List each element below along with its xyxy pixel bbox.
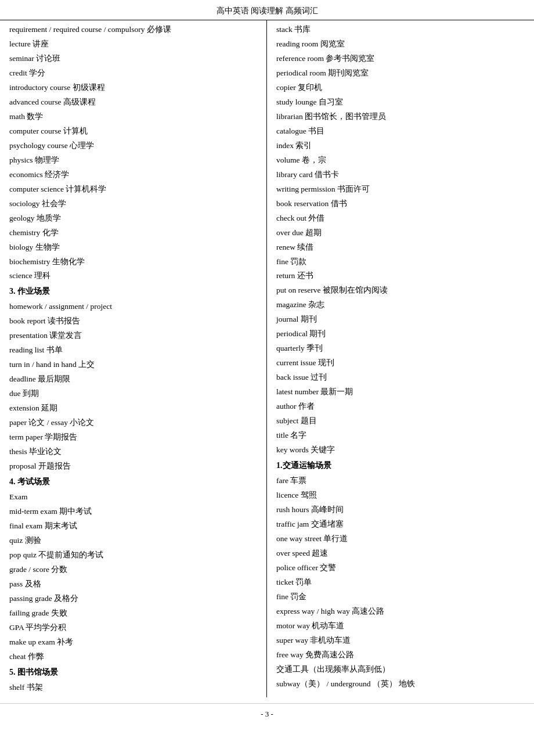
vocab-item: writing permission 书面许可 (276, 182, 528, 197)
vocab-item: subject 题目 (276, 414, 528, 429)
vocab-item: make up exam 补考 (9, 635, 261, 650)
vocab-item: mid-term exam 期中考试 (9, 505, 261, 519)
vocab-item: 交通工具（出现频率从高到低） (276, 663, 528, 677)
vocab-item: rush hours 高峰时间 (276, 503, 528, 517)
vocab-item: computer science 计算机科学 (9, 182, 261, 197)
vocab-item: police officer 交警 (276, 561, 528, 575)
vocab-item: shelf 书架 (9, 681, 261, 695)
vocab-item: math 数学 (9, 110, 261, 124)
vocab-item: grade / score 分数 (9, 563, 261, 577)
vocab-item: super way 非机动车道 (276, 633, 528, 648)
vocab-item: GPA 平均学分积 (9, 621, 261, 635)
vocab-item: magazine 杂志 (276, 298, 528, 312)
vocab-item: seminar 讨论班 (9, 52, 261, 66)
vocab-item: credit 学分 (9, 66, 261, 81)
vocab-item: back issue 过刊 (276, 370, 528, 385)
vocab-item: turn in / hand in hand 上交 (9, 358, 261, 372)
vocab-item: study lounge 自习室 (276, 95, 528, 110)
vocab-item: put on reserve 被限制在馆内阅读 (276, 283, 528, 298)
vocab-item: stack 书库 (276, 23, 528, 37)
page-number: - 3 - (261, 710, 273, 718)
vocab-item: due 到期 (9, 387, 261, 401)
vocab-item: reading room 阅览室 (276, 37, 528, 52)
vocab-item: extension 延期 (9, 401, 261, 416)
vocab-item: librarian 图书馆长，图书管理员 (276, 110, 528, 124)
vocab-item: periodical 期刊 (276, 327, 528, 341)
vocab-item: express way / high way 高速公路 (276, 604, 528, 619)
vocab-item: psychology course 心理学 (9, 139, 261, 153)
vocab-item: key words 关键字 (276, 443, 528, 458)
vocab-item: thesis 毕业论文 (9, 445, 261, 459)
vocab-item: biochemistry 生物化学 (9, 255, 261, 269)
vocab-item: renew 续借 (276, 240, 528, 255)
vocab-item: latest number 最新一期 (276, 385, 528, 399)
vocab-item: cheat 作弊 (9, 650, 261, 664)
vocab-item: subway（美） / underground （英） 地铁 (276, 677, 528, 692)
vocab-item: science 理科 (9, 269, 261, 283)
vocab-item: economics 经济学 (9, 168, 261, 182)
vocab-item: title 名字 (276, 429, 528, 443)
vocab-item: final exam 期末考试 (9, 519, 261, 534)
vocab-item: over speed 超速 (276, 546, 528, 561)
section-heading: 4. 考试场景 (9, 474, 261, 490)
vocab-item: book reservation 借书 (276, 197, 528, 211)
section-heading: 3. 作业场景 (9, 283, 261, 300)
vocab-item: fine 罚金 (276, 590, 528, 604)
vocab-item: quarterly 季刊 (276, 341, 528, 356)
vocab-item: deadline 最后期限 (9, 372, 261, 387)
vocab-item: passing grade 及格分 (9, 592, 261, 606)
vocab-item: index 索引 (276, 139, 528, 153)
vocab-item: free way 免费高速公路 (276, 648, 528, 663)
right-column: stack 书库reading room 阅览室reference room 参… (267, 20, 534, 697)
section-heading: 5. 图书馆场景 (9, 664, 261, 681)
page-header: 高中英语 阅读理解 高频词汇 (0, 0, 534, 20)
vocab-item: current issue 现刊 (276, 356, 528, 370)
vocab-item: return 还书 (276, 269, 528, 283)
vocab-item: failing grade 失败 (9, 606, 261, 621)
vocab-item: computer course 计算机 (9, 124, 261, 139)
vocab-item: requirement / required course / compulso… (9, 23, 261, 37)
vocab-item: introductory course 初级课程 (9, 81, 261, 95)
vocab-item: copier 复印机 (276, 81, 528, 95)
vocab-item: fine 罚款 (276, 255, 528, 269)
vocab-item: presentation 课堂发言 (9, 329, 261, 343)
vocab-item: geology 地质学 (9, 211, 261, 226)
vocab-item: periodical room 期刊阅览室 (276, 66, 528, 81)
header-title: 高中英语 阅读理解 高频词汇 (217, 6, 318, 15)
vocab-item: check out 外借 (276, 211, 528, 226)
vocab-item: lecture 讲座 (9, 37, 261, 52)
vocab-item: traffic jam 交通堵塞 (276, 517, 528, 532)
vocab-item: library card 借书卡 (276, 168, 528, 182)
left-column: requirement / required course / compulso… (0, 20, 267, 697)
vocab-item: journal 期刊 (276, 312, 528, 327)
vocab-item: biology 生物学 (9, 240, 261, 255)
vocab-item: chemistry 化学 (9, 226, 261, 240)
vocab-item: author 作者 (276, 399, 528, 414)
vocab-item: one way street 单行道 (276, 532, 528, 546)
section-heading: 1.交通运输场景 (276, 458, 528, 474)
vocab-item: pop quiz 不提前通知的考试 (9, 548, 261, 563)
vocab-item: licence 驾照 (276, 488, 528, 503)
vocab-item: pass 及格 (9, 577, 261, 592)
page-footer: - 3 - (0, 703, 534, 725)
vocab-item: catalogue 书目 (276, 124, 528, 139)
vocab-item: proposal 开题报告 (9, 459, 261, 474)
vocab-item: reference room 参考书阅览室 (276, 52, 528, 66)
vocab-item: advanced course 高级课程 (9, 95, 261, 110)
vocab-item: physics 物理学 (9, 153, 261, 168)
vocab-item: paper 论文 / essay 小论文 (9, 416, 261, 430)
vocab-item: term paper 学期报告 (9, 430, 261, 445)
vocab-item: reading list 书单 (9, 343, 261, 358)
vocab-item: sociology 社会学 (9, 197, 261, 211)
vocab-item: motor way 机动车道 (276, 619, 528, 633)
vocab-item: quiz 测验 (9, 534, 261, 548)
vocab-item: ticket 罚单 (276, 575, 528, 590)
vocab-item: volume 卷，宗 (276, 153, 528, 168)
vocab-item: homework / assignment / project (9, 300, 261, 314)
vocab-item: book report 读书报告 (9, 314, 261, 329)
vocab-item: Exam (9, 490, 261, 505)
vocab-item: over due 超期 (276, 226, 528, 240)
vocab-item: fare 车票 (276, 474, 528, 488)
